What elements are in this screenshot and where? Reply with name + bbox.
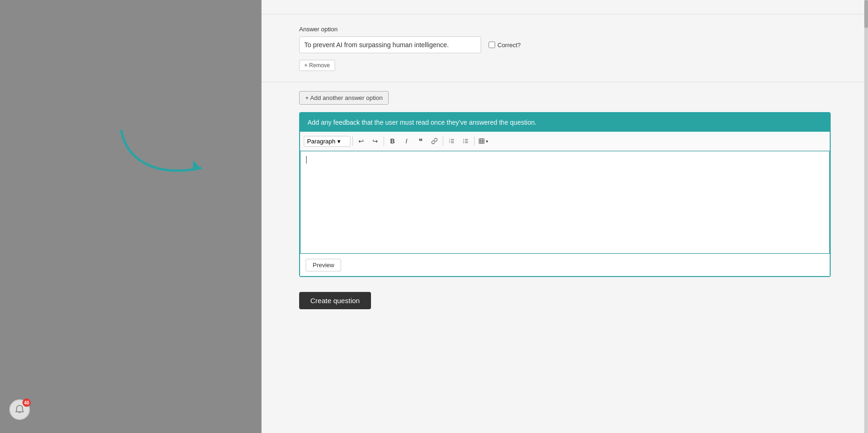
feedback-card: Add any feedback that the user must read… [299, 112, 831, 277]
feedback-card-body: Paragraph ▾ ↩ ↪ B I ❝ [300, 132, 830, 254]
badge-count: 40 [22, 398, 31, 407]
correct-checkbox-label: Correct? [489, 42, 521, 49]
add-answer-option-button[interactable]: + Add another answer option [299, 91, 389, 105]
toolbar-divider-1 [352, 136, 353, 146]
create-question-label: Create question [310, 297, 360, 305]
remove-button[interactable]: × Remove [299, 60, 335, 71]
chevron-down-icon: ▾ [337, 138, 341, 145]
feedback-header-text: Add any feedback that the user must read… [308, 119, 537, 126]
scrollbar-thumb[interactable] [864, 0, 868, 28]
ordered-list-button[interactable]: 1 2 3 [445, 135, 458, 148]
preview-label: Preview [313, 262, 334, 269]
paragraph-label: Paragraph [307, 138, 336, 145]
notification-icon [14, 405, 25, 415]
feedback-card-footer: Preview [300, 254, 830, 276]
italic-button[interactable]: I [400, 135, 413, 148]
answer-option-label: Answer option [299, 26, 831, 33]
paragraph-select[interactable]: Paragraph ▾ [304, 136, 350, 147]
undo-button[interactable]: ↩ [355, 135, 368, 148]
answer-option-input[interactable] [299, 36, 481, 53]
right-scrollbar[interactable] [864, 0, 868, 433]
preview-button[interactable]: Preview [306, 259, 341, 271]
rte-editor-area[interactable] [300, 151, 830, 254]
table-button[interactable]: ▾ [476, 135, 490, 148]
bold-icon: B [390, 137, 395, 145]
svg-text:3: 3 [449, 142, 450, 143]
italic-icon: I [406, 137, 407, 145]
notification-circle: 40 [9, 399, 30, 420]
unordered-list-button[interactable] [459, 135, 472, 148]
toolbar-divider-4 [474, 136, 475, 146]
add-answer-label: + Add another answer option [305, 94, 383, 101]
top-divider [262, 14, 868, 14]
quote-button[interactable]: ❝ [414, 135, 427, 148]
notification-badge[interactable]: 40 [9, 399, 34, 424]
svg-point-12 [463, 142, 464, 143]
section-divider [262, 82, 868, 82]
answer-option-row: Correct? [299, 36, 831, 53]
feedback-card-header: Add any feedback that the user must read… [300, 113, 830, 132]
text-cursor [306, 156, 307, 163]
create-question-button[interactable]: Create question [299, 292, 371, 309]
rte-toolbar: Paragraph ▾ ↩ ↪ B I ❝ [300, 132, 830, 151]
table-chevron: ▾ [486, 139, 488, 144]
svg-rect-13 [479, 139, 484, 144]
answer-option-section: Answer option Correct? × Remove [299, 26, 831, 71]
bold-button[interactable]: B [386, 135, 399, 148]
remove-label: × Remove [304, 62, 330, 69]
redo-button[interactable]: ↪ [369, 135, 382, 148]
svg-point-11 [463, 141, 464, 142]
main-panel: Answer option Correct? × Remove + Add an… [261, 0, 868, 433]
link-button[interactable] [428, 135, 441, 148]
correct-checkbox[interactable] [489, 42, 495, 48]
arrow-annotation [117, 121, 219, 187]
correct-label: Correct? [497, 42, 521, 49]
left-panel [0, 0, 261, 433]
svg-point-10 [463, 139, 464, 140]
toolbar-divider-2 [384, 136, 384, 146]
toolbar-divider-3 [443, 136, 443, 146]
